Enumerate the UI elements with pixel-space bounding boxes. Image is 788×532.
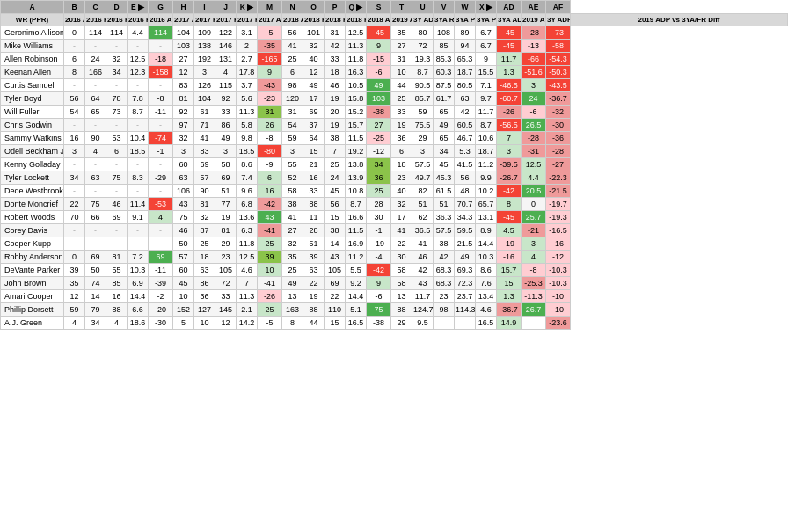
cell-m: -8 (258, 132, 282, 145)
cell-p: 45 (325, 185, 346, 198)
cell-u: 85.7 (412, 92, 434, 106)
cell-q: 11.5 (346, 224, 367, 237)
cell-ad: -60.7 (497, 92, 522, 106)
cell-af: -27 (546, 158, 571, 171)
cell-q: 15.7 (346, 119, 367, 132)
col-group-p: P (325, 1, 346, 14)
cell-g: -1 (149, 145, 173, 158)
cell-ae (522, 317, 546, 330)
cell-af: -43.5 (546, 79, 571, 92)
cell-h: 60 (173, 264, 194, 277)
cell-p: 19 (325, 92, 346, 106)
cell-q: 10.5 (346, 79, 367, 92)
cell-b: 6 (64, 53, 85, 66)
cell-u: 19.3 (412, 53, 434, 66)
cell-c: 65 (85, 106, 106, 119)
col-group-u: U (412, 1, 434, 14)
cell-g: - (149, 119, 173, 132)
cell-h: 152 (173, 303, 194, 317)
cell-s: 9 (367, 277, 391, 290)
cell-i: 10 (194, 317, 215, 330)
cell-s: -6 (367, 66, 391, 79)
cell-p: 43 (325, 251, 346, 264)
cell-n: 49 (282, 277, 303, 290)
cell-d: 81 (106, 251, 128, 264)
cell-e: 12.3 (128, 66, 149, 79)
cell-j: 33 (215, 106, 237, 119)
cell-j: 105 (215, 264, 237, 277)
cell-v: 45.3 (434, 171, 455, 185)
cell-s: -45 (367, 26, 391, 40)
cell-v: 68.3 (434, 277, 455, 290)
cell-b: - (64, 79, 85, 92)
cell-h: 63 (173, 171, 194, 185)
cell-k: 8.6 (237, 158, 258, 171)
cell-d: 69 (106, 211, 128, 224)
cell-ad: -26 (497, 106, 522, 119)
cell-name: Donte Moncrief (1, 198, 64, 211)
cell-q: 16.5 (346, 317, 367, 330)
table-row: Keenan Allen81663412.3-158123417.8961218… (1, 66, 788, 79)
cell-v: 87.5 (434, 79, 455, 92)
cell-t: 29 (391, 317, 412, 330)
cell-t: 58 (391, 277, 412, 290)
cell-k: 11.3 (237, 106, 258, 119)
cell-o: 88 (303, 198, 325, 211)
cell-b: 0 (64, 26, 85, 40)
cell-q: 11.3 (346, 40, 367, 53)
cell-o: 32 (303, 40, 325, 53)
cell-j: 51 (215, 185, 237, 198)
cell-name: Dede Westbrook (1, 185, 64, 198)
cell-c: 24 (85, 53, 106, 66)
cell-ad: 3 (497, 145, 522, 158)
cell-d: 78 (106, 92, 128, 106)
cell-p: 46 (325, 79, 346, 92)
cell-ae: -8 (522, 264, 546, 277)
cell-i: 36 (194, 290, 215, 303)
cell-t: 27 (391, 40, 412, 53)
cell-g: -11 (149, 106, 173, 119)
cell-x: 4.6 (476, 303, 497, 317)
cell-v: 51 (434, 198, 455, 211)
col-group-g: G (149, 1, 173, 14)
cell-h: 32 (173, 132, 194, 145)
cell-j: 58 (215, 158, 237, 171)
cell-j: 92 (215, 92, 237, 106)
cell-b: 22 (64, 198, 85, 211)
cell-s: -38 (367, 106, 391, 119)
cell-g: 69 (149, 251, 173, 264)
cell-e: - (128, 40, 149, 53)
cell-d: - (106, 158, 128, 171)
cell-g: -20 (149, 303, 173, 317)
cell-s: -42 (367, 264, 391, 277)
cell-b: 56 (64, 92, 85, 106)
cell-p: 105 (325, 264, 346, 277)
cell-d: 4 (106, 317, 128, 330)
cell-t: 40 (391, 185, 412, 198)
cell-e: - (128, 119, 149, 132)
cell-e: 7.8 (128, 92, 149, 106)
col-group-i: I (194, 1, 215, 14)
cell-k: 12.5 (237, 251, 258, 264)
cell-af: -32 (546, 106, 571, 119)
cell-s: -6 (367, 290, 391, 303)
cell-j: 19 (215, 211, 237, 224)
table-row: Tyler Lockett3463758.3-296357697.4652162… (1, 171, 788, 185)
cell-k: 11.3 (237, 290, 258, 303)
cell-af: -16.5 (546, 224, 571, 237)
cell-ad: 4.5 (497, 224, 522, 237)
table-row: A.J. Green434418.6-305101214.2-58441516.… (1, 317, 788, 330)
cell-q: 11.2 (346, 251, 367, 264)
cell-w: 41.5 (455, 158, 476, 171)
col-group-x: X ▶ (476, 1, 497, 14)
header-2018-rank: 2018 Rank (303, 14, 325, 26)
cell-name: Odell Beckham Jr. (1, 145, 64, 158)
cell-k: 9.6 (237, 185, 258, 198)
cell-m: -41 (258, 224, 282, 237)
cell-x: 9.7 (476, 92, 497, 106)
cell-u: 41 (412, 237, 434, 251)
table-row: Dede Westbrook-----10690519.61658334510.… (1, 185, 788, 198)
cell-b: 0 (64, 251, 85, 264)
cell-k: 7.4 (237, 171, 258, 185)
cell-n: 35 (282, 251, 303, 264)
